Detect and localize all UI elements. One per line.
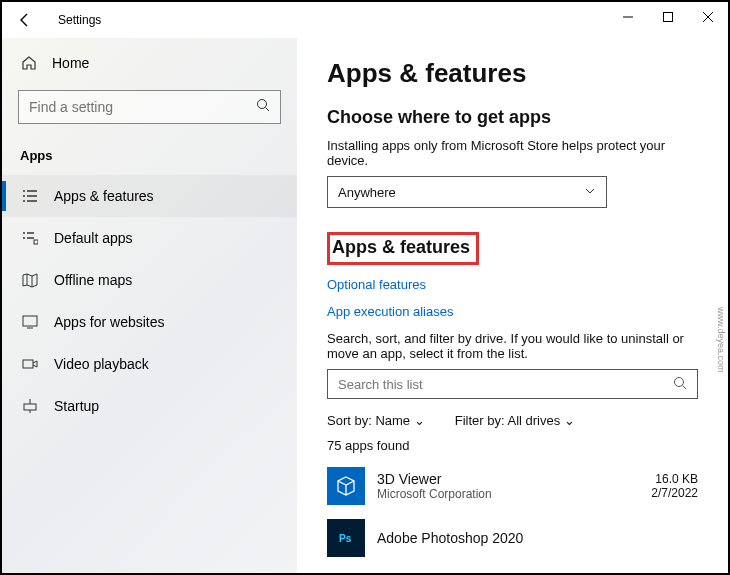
chevron-down-icon: ⌄	[414, 413, 425, 428]
dropdown-value: Anywhere	[338, 185, 396, 200]
choose-heading: Choose where to get apps	[327, 107, 698, 128]
svg-rect-17	[23, 316, 37, 326]
svg-rect-19	[23, 360, 33, 368]
app-name: 3D Viewer	[377, 471, 492, 487]
nav-offline-maps[interactable]: Offline maps	[2, 259, 297, 301]
search-icon	[673, 376, 687, 393]
home-nav[interactable]: Home	[2, 46, 297, 80]
svg-line-5	[266, 108, 270, 112]
sort-by[interactable]: Sort by: Name ⌄	[327, 413, 425, 428]
chevron-down-icon	[584, 185, 596, 200]
map-icon	[20, 270, 40, 290]
window-title: Settings	[58, 13, 101, 27]
app-publisher: Microsoft Corporation	[377, 487, 492, 501]
page-title: Apps & features	[327, 58, 698, 89]
nav-label: Default apps	[54, 230, 133, 246]
svg-text:Ps: Ps	[339, 533, 352, 544]
close-button[interactable]	[688, 2, 728, 32]
video-icon	[20, 354, 40, 374]
svg-point-23	[675, 377, 684, 386]
search-list-box[interactable]	[327, 369, 698, 399]
search-desc: Search, sort, and filter by drive. If yo…	[327, 331, 698, 361]
link-optional-features[interactable]: Optional features	[327, 277, 698, 292]
sidebar: Home Apps Apps & features Default apps O…	[2, 38, 297, 573]
chevron-down-icon: ⌄	[564, 413, 575, 428]
link-app-execution-aliases[interactable]: App execution aliases	[327, 304, 698, 319]
highlight-box: Apps & features	[327, 232, 479, 265]
choose-desc: Installing apps only from Microsoft Stor…	[327, 138, 698, 168]
startup-icon	[20, 396, 40, 416]
nav-label: Apps & features	[54, 188, 154, 204]
find-setting-input[interactable]	[29, 99, 256, 115]
nav-label: Offline maps	[54, 272, 132, 288]
list-icon	[20, 186, 40, 206]
app-source-dropdown[interactable]: Anywhere	[327, 176, 607, 208]
minimize-button[interactable]	[608, 2, 648, 32]
nav-label: Video playback	[54, 356, 149, 372]
apps-count: 75 apps found	[327, 438, 698, 453]
nav-default-apps[interactable]: Default apps	[2, 217, 297, 259]
home-label: Home	[52, 55, 89, 71]
find-setting-search[interactable]	[18, 90, 281, 124]
search-list-input[interactable]	[338, 377, 673, 392]
maximize-button[interactable]	[648, 2, 688, 32]
app-icon	[327, 467, 365, 505]
search-icon	[256, 98, 270, 116]
home-icon	[20, 54, 38, 72]
app-size: 16.0 KB	[651, 472, 698, 486]
nav-apps-websites[interactable]: Apps for websites	[2, 301, 297, 343]
default-apps-icon	[20, 228, 40, 248]
nav-video-playback[interactable]: Video playback	[2, 343, 297, 385]
svg-line-24	[683, 385, 687, 389]
app-icon: Ps	[327, 519, 365, 557]
main-panel: Apps & features Choose where to get apps…	[297, 38, 728, 573]
section-heading: Apps & features	[332, 237, 470, 258]
svg-rect-20	[24, 404, 36, 410]
category-header: Apps	[2, 142, 297, 175]
watermark: www.deyea.com	[716, 307, 726, 373]
app-item[interactable]: Ps Adobe Photoshop 2020	[327, 519, 698, 557]
nav-startup[interactable]: Startup	[2, 385, 297, 427]
app-name: Adobe Photoshop 2020	[377, 530, 523, 546]
filter-by[interactable]: Filter by: All drives ⌄	[455, 413, 575, 428]
svg-rect-16	[34, 240, 38, 244]
svg-point-4	[258, 100, 267, 109]
apps-websites-icon	[20, 312, 40, 332]
svg-rect-1	[664, 13, 673, 22]
nav-label: Apps for websites	[54, 314, 165, 330]
app-date: 2/7/2022	[651, 486, 698, 500]
app-item[interactable]: 3D Viewer Microsoft Corporation 16.0 KB …	[327, 467, 698, 505]
nav-apps-features[interactable]: Apps & features	[2, 175, 297, 217]
back-button[interactable]	[12, 7, 38, 33]
nav-label: Startup	[54, 398, 99, 414]
